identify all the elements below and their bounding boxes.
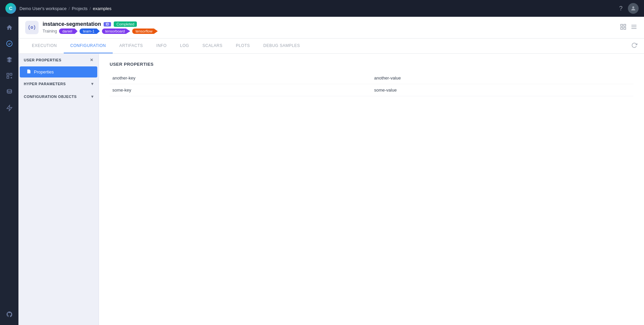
task-header: instance-segmentation ID Completed Train… (18, 17, 644, 39)
svg-point-5 (7, 90, 11, 91)
prop-key-1: another-key (110, 72, 372, 84)
svg-rect-4 (7, 76, 9, 78)
hyper-parameters-title: HYPER PARAMETERS (24, 82, 66, 86)
top-nav: C Demo User's workspace / Projects / exa… (0, 0, 644, 17)
hyper-parameters-header[interactable]: HYPER PARAMETERS ▾ (18, 77, 99, 90)
task-info: instance-segmentation ID Completed Train… (43, 21, 158, 34)
sidebar-icon-github[interactable] (3, 308, 16, 321)
tabs: EXECUTION CONFIGURATION ARTIFACTS INFO L… (25, 39, 307, 53)
layout-icon[interactable] (620, 23, 627, 32)
task-type: Training (43, 29, 57, 34)
config-main: USER PROPERTIES another-key another-valu… (99, 54, 644, 325)
tab-debug-samples[interactable]: DEBUG SAMPLES (257, 39, 307, 53)
breadcrumb-sep2: / (90, 6, 91, 11)
config-sidebar: USER PROPERTIES ✕ Properties HYPER PARAM… (18, 54, 99, 325)
breadcrumb-projects[interactable]: Projects (72, 6, 88, 11)
tab-bar: EXECUTION CONFIGURATION ARTIFACTS INFO L… (18, 39, 644, 54)
config-objects-title: CONFIGURATION OBJECTS (24, 95, 77, 99)
badge-id: ID (104, 22, 111, 26)
task-name: instance-segmentation (43, 21, 101, 27)
nav-left: C Demo User's workspace / Projects / exa… (5, 3, 111, 14)
tab-plots[interactable]: PLOTS (229, 39, 257, 53)
sidebar-icon-pipelines[interactable] (3, 69, 16, 83)
svg-point-7 (31, 26, 33, 29)
breadcrumb-sep1: / (68, 6, 70, 11)
svg-rect-3 (10, 73, 12, 75)
sidebar-icon-models[interactable] (3, 53, 16, 66)
tag-daniel[interactable]: daniel (59, 29, 77, 34)
user-properties-section: USER PROPERTIES ✕ Properties (18, 54, 99, 77)
refresh-icon[interactable] (631, 42, 637, 50)
tab-artifacts[interactable]: ARTIFACTS (113, 39, 150, 53)
tab-log[interactable]: LOG (173, 39, 196, 53)
tab-info[interactable]: INFO (150, 39, 173, 53)
breadcrumb: Demo User's workspace / Projects / examp… (19, 6, 111, 11)
task-meta: Training daniel team-1 tensorboard tenso… (43, 29, 158, 34)
hyper-parameters-chevron: ▾ (91, 82, 94, 86)
user-properties-title: USER PROPERTIES (24, 58, 61, 62)
config-objects-chevron: ▾ (91, 94, 94, 99)
svg-rect-2 (7, 73, 9, 75)
nav-right: ? (619, 3, 639, 14)
svg-point-1 (6, 41, 12, 47)
user-avatar[interactable] (628, 3, 639, 14)
breadcrumb-current[interactable]: examples (93, 6, 112, 11)
breadcrumb-workspace[interactable]: Demo User's workspace (19, 6, 66, 11)
task-header-right (620, 23, 637, 32)
section-title: USER PROPERTIES (110, 62, 633, 67)
left-sidebar (0, 17, 18, 325)
properties-table: another-key another-value some-key some-… (110, 72, 633, 96)
table-row: another-key another-value (110, 72, 633, 84)
tag-team[interactable]: team-1 (79, 29, 100, 34)
sidebar-item-properties-label: Properties (34, 69, 54, 74)
svg-point-0 (632, 6, 634, 8)
sidebar-item-properties[interactable]: Properties (20, 66, 97, 77)
prop-value-1: another-value (372, 72, 634, 84)
tag-tensorboard[interactable]: tensorboard (102, 29, 130, 34)
prop-key-2: some-key (110, 84, 372, 96)
main-layout: instance-segmentation ID Completed Train… (0, 17, 644, 325)
tab-scalars[interactable]: SCALARS (196, 39, 229, 53)
properties-icon (26, 69, 31, 75)
svg-rect-10 (621, 27, 623, 29)
tag-tensorflow[interactable]: tensorflow (132, 29, 158, 34)
sidebar-icon-deploy[interactable] (3, 101, 16, 115)
svg-rect-11 (624, 27, 626, 29)
sidebar-icon-experiments[interactable] (3, 37, 16, 50)
user-properties-chevron: ✕ (90, 58, 94, 62)
svg-marker-6 (7, 105, 12, 111)
content-area: instance-segmentation ID Completed Train… (18, 17, 644, 325)
task-icon (25, 21, 39, 34)
svg-rect-8 (621, 24, 623, 26)
sidebar-icon-home[interactable] (3, 21, 16, 34)
hyper-parameters-section: HYPER PARAMETERS ▾ (18, 77, 99, 90)
table-row: some-key some-value (110, 84, 633, 96)
config-layout: USER PROPERTIES ✕ Properties HYPER PARAM… (18, 54, 644, 325)
badge-status: Completed (114, 21, 137, 27)
config-objects-header[interactable]: CONFIGURATION OBJECTS ▾ (18, 90, 99, 103)
sidebar-icon-datasets[interactable] (3, 85, 16, 99)
logo[interactable]: C (5, 3, 16, 14)
task-header-left: instance-segmentation ID Completed Train… (25, 21, 158, 34)
menu-icon[interactable] (631, 23, 637, 32)
user-properties-header[interactable]: USER PROPERTIES ✕ (18, 54, 99, 66)
help-icon[interactable]: ? (619, 5, 623, 12)
tab-configuration[interactable]: CONFIGURATION (64, 39, 113, 53)
tab-execution[interactable]: EXECUTION (25, 39, 64, 53)
task-name-row: instance-segmentation ID Completed (43, 21, 158, 27)
svg-rect-9 (624, 24, 626, 26)
prop-value-2: some-value (372, 84, 634, 96)
config-objects-section: CONFIGURATION OBJECTS ▾ (18, 90, 99, 103)
